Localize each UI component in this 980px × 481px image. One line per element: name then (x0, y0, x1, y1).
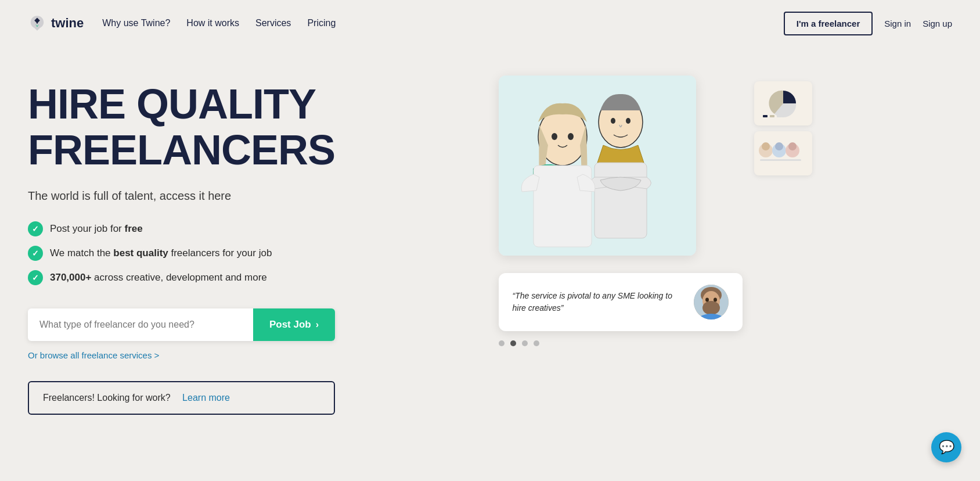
profiles-svg (757, 136, 809, 171)
svg-point-14 (714, 298, 717, 302)
feature-1: Post your job for free (28, 221, 335, 236)
chat-bubble[interactable]: 💬 (931, 432, 961, 462)
svg-rect-4 (595, 163, 647, 238)
freelancer-button[interactable]: I'm a freelancer (784, 12, 873, 35)
main-card-area: “The service is pivotal to any SME looki… (499, 76, 743, 346)
chat-icon: 💬 (939, 440, 954, 455)
freelancers-banner: Freelancers! Looking for work? Learn mor… (28, 381, 335, 415)
svg-point-20 (762, 142, 770, 150)
hero-right-inner: “The service is pivotal to any SME looki… (499, 76, 812, 346)
testimonial-text: “The service is pivotal to any SME looki… (513, 290, 684, 314)
hero-left: HIRE QUALITY FREELANCERS The world is fu… (28, 70, 335, 415)
svg-point-22 (775, 142, 783, 150)
dot-3[interactable] (522, 340, 528, 346)
hero-subtitle: The world is full of talent, access it h… (28, 189, 335, 203)
search-bar: Post Job › (28, 308, 335, 341)
nav-pricing[interactable]: Pricing (307, 18, 336, 28)
feature-3: 370,000+ across creative, development an… (28, 270, 335, 285)
logo-icon (28, 14, 46, 33)
svg-point-2 (611, 118, 615, 124)
hero-features: Post your job for free We match the best… (28, 221, 335, 285)
signin-link[interactable]: Sign in (884, 19, 911, 28)
svg-rect-16 (763, 115, 768, 117)
hero-right: “The service is pivotal to any SME looki… (335, 70, 952, 346)
illustration-svg (499, 76, 696, 256)
dot-2[interactable] (510, 340, 516, 346)
hero-section: HIRE QUALITY FREELANCERS The world is fu… (0, 46, 980, 481)
svg-point-13 (705, 298, 709, 302)
check-icon-1 (28, 221, 43, 236)
testimonial-card: “The service is pivotal to any SME looki… (499, 273, 743, 331)
hero-title: HIRE QUALITY FREELANCERS (28, 81, 335, 173)
post-job-button[interactable]: Post Job › (253, 308, 335, 341)
svg-point-24 (788, 142, 797, 150)
dot-1[interactable] (499, 340, 505, 346)
dot-4[interactable] (534, 340, 539, 346)
svg-rect-17 (770, 115, 774, 117)
browse-link[interactable]: Or browse all freelance services > (28, 350, 335, 360)
svg-rect-25 (760, 159, 774, 161)
logo-link[interactable]: twine (28, 14, 84, 33)
svg-rect-27 (787, 159, 801, 161)
arrow-icon: › (316, 320, 319, 330)
nav-how-it-works[interactable]: How it works (186, 18, 239, 28)
carousel-dots (499, 340, 539, 346)
svg-point-12 (702, 301, 720, 315)
nav-services[interactable]: Services (255, 18, 291, 28)
mini-card-pie (754, 81, 812, 125)
mini-card-profiles (754, 131, 812, 175)
nav-right: I'm a freelancer Sign in Sign up (784, 12, 952, 35)
pie-chart-svg (763, 86, 804, 121)
svg-point-3 (626, 118, 630, 124)
nav-links: Why use Twine? How it works Services Pri… (102, 18, 784, 28)
search-input[interactable] (28, 309, 253, 340)
signup-link[interactable]: Sign up (923, 19, 952, 28)
svg-point-7 (568, 133, 574, 140)
svg-rect-26 (773, 159, 788, 161)
navbar: twine Why use Twine? How it works Servic… (0, 0, 980, 46)
avatar-svg (694, 285, 729, 320)
svg-point-6 (552, 133, 557, 140)
right-mini-cards (754, 81, 812, 175)
learn-more-link[interactable]: Learn more (182, 393, 230, 403)
illustration-card (499, 76, 696, 256)
nav-why-twine[interactable]: Why use Twine? (102, 18, 170, 28)
logo-text: twine (51, 16, 84, 31)
check-icon-2 (28, 246, 43, 261)
feature-2: We match the best quality freelancers fo… (28, 246, 335, 261)
avatar (694, 285, 729, 320)
svg-rect-18 (777, 115, 781, 117)
check-icon-3 (28, 270, 43, 285)
